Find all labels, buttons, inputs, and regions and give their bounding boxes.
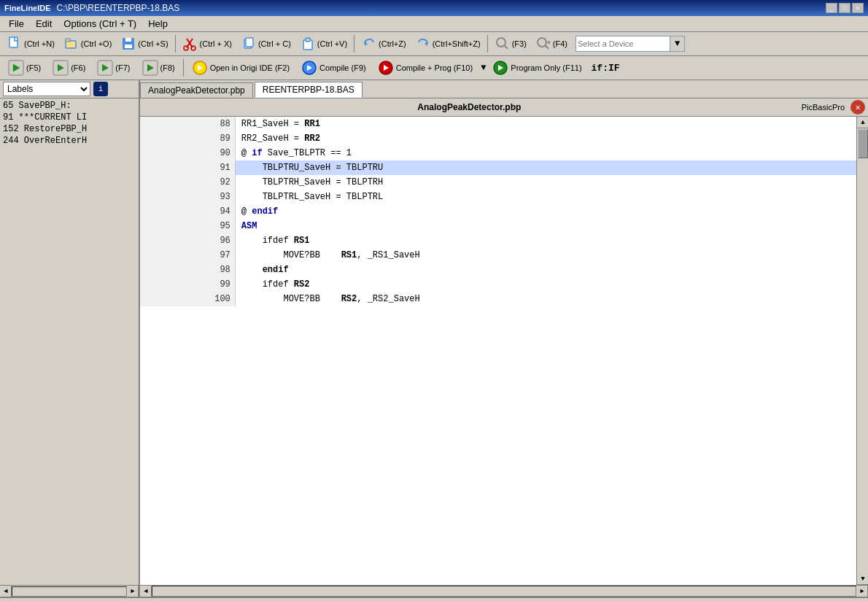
line-num: 88 <box>140 117 235 131</box>
cut-icon <box>182 36 198 52</box>
find-button[interactable]: (F3) <box>491 34 530 54</box>
undo-button[interactable]: (Ctrl+Z) <box>357 34 410 54</box>
window-controls: _ □ × <box>826 3 864 13</box>
undo-label: (Ctrl+Z) <box>379 39 406 48</box>
list-item[interactable]: 91 ***CURRENT LI <box>1 112 137 123</box>
labels-header: Labels i <box>0 80 139 98</box>
editor-hscroll-left-button[interactable]: ◄ <box>140 586 152 597</box>
menu-help[interactable]: Help <box>142 17 174 31</box>
svg-rect-2 <box>66 39 70 42</box>
labels-dropdown[interactable]: Labels <box>3 82 90 96</box>
open-origide-button[interactable]: Open in Origi IDE (F2) <box>187 58 295 78</box>
run4-button[interactable]: (F8) <box>137 58 180 78</box>
redo-button[interactable]: (Ctrl+Shift+Z) <box>411 34 484 54</box>
table-row: 100 MOVE?BB RS2, _RS2_SaveH <box>140 292 856 306</box>
editor-close-button[interactable]: ✕ <box>850 100 865 115</box>
copy-button[interactable]: (Ctrl + C) <box>237 34 295 54</box>
copy-icon <box>241 36 257 52</box>
svg-point-9 <box>191 46 195 50</box>
new-icon <box>7 36 23 52</box>
undo-icon <box>361 36 377 52</box>
menu-bar: File Edit Options (Ctrl + T) Help <box>0 16 868 32</box>
code-table: 88 RR1_SaveH = RR1 89 RR2_SaveH = RR2 90… <box>140 117 856 306</box>
line-num: 93 <box>140 190 235 204</box>
info-icon[interactable]: i <box>93 82 108 96</box>
run3-button[interactable]: (F7) <box>92 58 135 78</box>
findnext-button[interactable]: (F4) <box>532 34 571 54</box>
svg-rect-0 <box>9 37 18 47</box>
compile-prog-button[interactable]: Compile + Prog (F10) <box>373 58 478 78</box>
open-button[interactable]: (Ctrl +O) <box>60 34 115 54</box>
code-cell: @ endif <box>235 204 856 219</box>
editor-hscroll-right-button[interactable]: ► <box>856 586 868 597</box>
device-dropdown-button[interactable]: ▼ <box>670 36 685 52</box>
paste-button[interactable]: (Ctrl +V) <box>296 34 351 54</box>
vscroll-down-button[interactable]: ▼ <box>857 573 868 585</box>
program-only-button[interactable]: Program Only (F11) <box>487 58 586 78</box>
dropdown-arrow[interactable]: ▼ <box>481 63 486 73</box>
editor-label-text: PicBasicPro <box>796 101 850 113</box>
vscroll-thumb[interactable] <box>858 129 868 158</box>
run2-button[interactable]: (F6) <box>47 58 90 78</box>
maximize-button[interactable]: □ <box>839 3 850 13</box>
output-panel: Compiler: Error[Line 91]: Bad expression… <box>0 597 868 601</box>
hscroll-track[interactable] <box>12 586 127 597</box>
line-num: 94 <box>140 204 235 219</box>
line-num: 89 <box>140 131 235 146</box>
list-item[interactable]: 244 OverReEnterH <box>1 135 137 147</box>
main-area: Labels i 65 SavePBP_H: 91 ***CURRENT LI … <box>0 80 868 597</box>
table-row: 90 @ if Save_TBLPTR == 1 <box>140 146 856 160</box>
hscroll-right-button[interactable]: ► <box>127 586 139 597</box>
open-origide-label: Open in Origi IDE (F2) <box>210 63 290 72</box>
save-button[interactable]: (Ctrl +S) <box>117 34 171 54</box>
tab-reenter[interactable]: REENTERPBP-18.BAS <box>255 82 363 98</box>
minimize-button[interactable]: _ <box>826 3 837 13</box>
vscroll-track[interactable] <box>857 128 868 573</box>
code-cell: ifdef RS2 <box>235 277 856 292</box>
editor-container: AnalogPeakDetector.pbp PicBasicPro ✕ 88 … <box>140 98 868 597</box>
svg-marker-14 <box>365 42 368 46</box>
code-scroll[interactable]: 88 RR1_SaveH = RR1 89 RR2_SaveH = RR2 90… <box>140 117 856 585</box>
device-select-input[interactable] <box>576 36 670 52</box>
code-area: 88 RR1_SaveH = RR1 89 RR2_SaveH = RR2 90… <box>140 117 868 585</box>
editor-hscroll-track[interactable] <box>152 586 856 597</box>
cut-button[interactable]: (Ctrl + X) <box>179 34 236 54</box>
output-content[interactable]: Compiler: Error[Line 91]: Bad expression… <box>0 598 868 601</box>
compile-button[interactable]: Compile (F9) <box>296 58 371 78</box>
cut-label: (Ctrl + X) <box>200 39 232 48</box>
findnext-icon <box>535 36 551 52</box>
svg-point-8 <box>184 46 188 50</box>
run2-icon <box>53 60 69 76</box>
if-display: if:IF <box>592 63 620 74</box>
run3-icon <box>97 60 113 76</box>
menu-edit[interactable]: Edit <box>30 17 58 31</box>
copy-label: (Ctrl + C) <box>258 39 291 48</box>
hscroll-left-button[interactable]: ◄ <box>0 586 12 597</box>
list-item[interactable]: 152 RestorePBP_H <box>1 123 137 135</box>
list-item[interactable]: 65 SavePBP_H: <box>1 100 137 112</box>
open-origide-icon <box>192 60 208 76</box>
compile-label: Compile (F9) <box>319 63 366 72</box>
new-button[interactable]: (Ctrl +N) <box>3 34 58 54</box>
tabs-bar: AnalogPeakDetector.pbp REENTERPBP-18.BAS <box>140 80 868 98</box>
code-cell: ASM <box>235 219 856 233</box>
close-button[interactable]: × <box>852 3 864 13</box>
save-icon <box>120 36 136 52</box>
left-panel: Labels i 65 SavePBP_H: 91 ***CURRENT LI … <box>0 80 140 597</box>
menu-file[interactable]: File <box>3 17 30 31</box>
tab-analog[interactable]: AnalogPeakDetector.pbp <box>140 82 253 98</box>
run1-icon <box>8 60 24 76</box>
table-row: 97 MOVE?BB RS1, _RS1_SaveH <box>140 248 856 263</box>
menu-options[interactable]: Options (Ctrl + T) <box>58 17 142 31</box>
labels-list: 65 SavePBP_H: 91 ***CURRENT LI 152 Resto… <box>0 98 139 585</box>
table-row: 91 TBLPTRU_SaveH = TBLPTRU <box>140 160 856 175</box>
line-num: 98 <box>140 263 235 277</box>
open-label: (Ctrl +O) <box>81 39 112 48</box>
run1-button[interactable]: (F5) <box>3 58 46 78</box>
find-icon <box>495 36 511 52</box>
toolbar-row-2: (F5) (F6) (F7) (F8) Open in Origi IDE (F… <box>0 56 868 80</box>
sep-2 <box>354 35 354 53</box>
svg-line-19 <box>545 45 549 49</box>
vscroll-up-button[interactable]: ▲ <box>857 117 868 128</box>
code-cell: RR1_SaveH = RR1 <box>235 117 856 131</box>
